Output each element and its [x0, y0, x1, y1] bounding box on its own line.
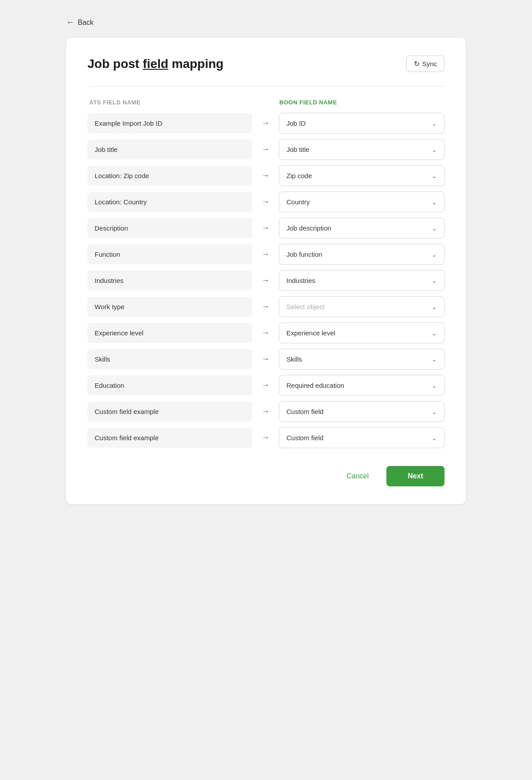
back-arrow-icon: ←: [66, 18, 74, 27]
boon-select-value: Select object: [286, 303, 325, 310]
ats-field: Education: [87, 375, 252, 395]
ats-field: Custom field example: [87, 402, 252, 422]
mapping-row: Example Import Job ID→Job ID⌄: [87, 113, 445, 134]
mapping-row: Location: Zip code→Zip code⌄: [87, 165, 445, 186]
boon-select[interactable]: Industries⌄: [279, 270, 445, 291]
sync-label: Sync: [422, 60, 437, 68]
mapping-row: Location: Country→Country⌄: [87, 191, 445, 212]
arrow-icon: →: [252, 223, 279, 233]
mapping-row: Job title→Job title⌄: [87, 139, 445, 160]
chevron-down-icon: ⌄: [432, 408, 437, 415]
header-divider: [87, 86, 445, 87]
boon-select[interactable]: Job function⌄: [279, 244, 445, 265]
boon-select-value: Country: [286, 198, 310, 206]
chevron-down-icon: ⌄: [432, 146, 437, 153]
mapping-row: Education→Required education⌄: [87, 375, 445, 396]
boon-column-header: BOON FIELD NAME: [279, 99, 443, 106]
arrow-icon: →: [252, 276, 279, 285]
boon-select[interactable]: Job title⌄: [279, 139, 445, 160]
sync-icon: ↻: [414, 60, 420, 68]
boon-select[interactable]: Select object⌄: [279, 296, 445, 317]
arrow-icon: →: [252, 407, 279, 416]
boon-select-value: Job title: [286, 146, 310, 153]
title-part2: mapping: [168, 57, 223, 71]
boon-select-value: Custom field: [286, 408, 323, 415]
chevron-down-icon: ⌄: [432, 434, 437, 442]
page-container: ← Back Job post field mapping ↻ Sync ATS…: [66, 18, 466, 504]
boon-select-value: Job ID: [286, 119, 306, 127]
boon-select[interactable]: Job ID⌄: [279, 113, 445, 134]
boon-select-value: Required education: [286, 382, 344, 389]
arrow-icon: →: [252, 381, 279, 390]
mapping-row: Experience level→Experience level⌄: [87, 322, 445, 343]
chevron-down-icon: ⌄: [432, 330, 437, 337]
ats-field: Work type: [87, 297, 252, 317]
mapping-rows: Example Import Job ID→Job ID⌄Job title→J…: [87, 113, 445, 448]
boon-select[interactable]: Job description⌄: [279, 218, 445, 239]
chevron-down-icon: ⌄: [432, 277, 437, 284]
sync-button[interactable]: ↻ Sync: [406, 56, 445, 72]
chevron-down-icon: ⌄: [432, 251, 437, 258]
mapping-row: Custom field example→Custom field⌄: [87, 401, 445, 422]
boon-select[interactable]: Experience level⌄: [279, 322, 445, 343]
back-button[interactable]: ← Back: [66, 18, 94, 27]
ats-field: Experience level: [87, 323, 252, 343]
mapping-row: Function→Job function⌄: [87, 244, 445, 265]
boon-select-value: Custom field: [286, 434, 323, 442]
ats-field: Job title: [87, 139, 252, 159]
boon-select[interactable]: Required education⌄: [279, 375, 445, 396]
ats-field: Function: [87, 244, 252, 264]
arrow-icon: →: [252, 433, 279, 442]
arrow-icon: →: [252, 145, 279, 154]
boon-select[interactable]: Custom field⌄: [279, 427, 445, 448]
mapping-row: Work type→Select object⌄: [87, 296, 445, 317]
arrow-icon: →: [252, 171, 279, 180]
boon-select-value: Job description: [286, 224, 331, 232]
ats-column-header: ATS FIELD NAME: [89, 99, 253, 106]
chevron-down-icon: ⌄: [432, 172, 437, 179]
cancel-button[interactable]: Cancel: [338, 468, 378, 485]
mapping-row: Description→Job description⌄: [87, 218, 445, 239]
boon-select-value: Job function: [286, 251, 322, 258]
ats-field: Location: Country: [87, 192, 252, 212]
columns-header: ATS FIELD NAME BOON FIELD NAME: [87, 99, 445, 106]
arrow-icon: →: [252, 302, 279, 311]
boon-select-value: Zip code: [286, 172, 312, 179]
boon-select[interactable]: Custom field⌄: [279, 401, 445, 422]
arrow-icon: →: [252, 250, 279, 259]
back-label: Back: [78, 19, 94, 27]
mapping-row: Skills→Skills⌄: [87, 349, 445, 370]
mapping-row: Custom field example→Custom field⌄: [87, 427, 445, 448]
chevron-down-icon: ⌄: [432, 120, 437, 127]
chevron-down-icon: ⌄: [432, 199, 437, 206]
boon-select-value: Skills: [286, 355, 302, 363]
card-title: Job post field mapping: [87, 57, 223, 71]
card-header: Job post field mapping ↻ Sync: [87, 56, 445, 72]
ats-field: Description: [87, 218, 252, 238]
arrow-icon: →: [252, 354, 279, 364]
title-part1: Job post: [87, 57, 143, 71]
main-card: Job post field mapping ↻ Sync ATS FIELD …: [66, 38, 466, 504]
chevron-down-icon: ⌄: [432, 382, 437, 389]
chevron-down-icon: ⌄: [432, 303, 437, 310]
chevron-down-icon: ⌄: [432, 356, 437, 363]
ats-field: Custom field example: [87, 428, 252, 448]
ats-field: Example Import Job ID: [87, 113, 252, 133]
boon-select[interactable]: Skills⌄: [279, 349, 445, 370]
boon-select[interactable]: Zip code⌄: [279, 165, 445, 186]
mapping-row: Industries→Industries⌄: [87, 270, 445, 291]
chevron-down-icon: ⌄: [432, 225, 437, 232]
footer-actions: Cancel Next: [87, 466, 445, 486]
ats-field: Skills: [87, 349, 252, 369]
title-underline: field: [143, 57, 168, 71]
boon-select[interactable]: Country⌄: [279, 191, 445, 212]
ats-field: Industries: [87, 271, 252, 291]
arrow-icon: →: [252, 328, 279, 338]
boon-select-value: Industries: [286, 277, 315, 284]
boon-select-value: Experience level: [286, 329, 335, 337]
arrow-icon: →: [252, 119, 279, 128]
ats-field: Location: Zip code: [87, 166, 252, 186]
next-button[interactable]: Next: [386, 466, 445, 486]
arrow-icon: →: [252, 197, 279, 207]
